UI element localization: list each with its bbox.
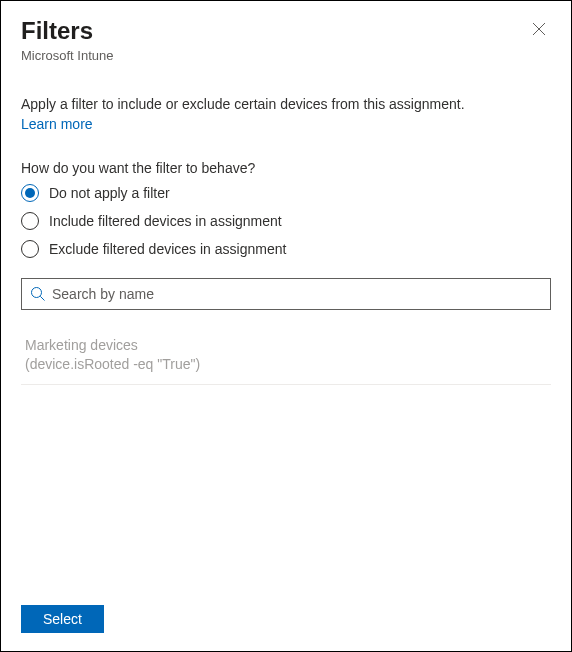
- behavior-label: How do you want the filter to behave?: [21, 160, 551, 176]
- svg-point-2: [32, 288, 42, 298]
- radio-label: Exclude filtered devices in assignment: [49, 241, 286, 257]
- behavior-radio-group: Do not apply a filter Include filtered d…: [21, 184, 551, 258]
- filter-item-name: Marketing devices: [25, 336, 547, 355]
- search-icon: [30, 286, 46, 302]
- panel-title: Filters: [21, 17, 114, 46]
- panel-footer: Select: [1, 591, 571, 651]
- spacer: [21, 385, 551, 591]
- radio-icon: [21, 212, 39, 230]
- select-button[interactable]: Select: [21, 605, 104, 633]
- svg-line-3: [40, 297, 44, 301]
- close-button[interactable]: [527, 17, 551, 41]
- radio-option-none[interactable]: Do not apply a filter: [21, 184, 551, 202]
- search-input[interactable]: [52, 286, 542, 302]
- learn-more-link[interactable]: Learn more: [21, 116, 93, 132]
- description-text: Apply a filter to include or exclude cer…: [21, 95, 551, 115]
- panel-header: Filters Microsoft Intune: [1, 1, 571, 71]
- radio-icon: [21, 240, 39, 258]
- filter-item-rule: (device.isRooted -eq "True"): [25, 355, 547, 374]
- search-field[interactable]: [21, 278, 551, 310]
- close-icon: [532, 22, 546, 36]
- radio-label: Do not apply a filter: [49, 185, 170, 201]
- radio-icon: [21, 184, 39, 202]
- panel-body: Apply a filter to include or exclude cer…: [1, 71, 571, 591]
- filter-list-item[interactable]: Marketing devices (device.isRooted -eq "…: [21, 326, 551, 385]
- header-text-block: Filters Microsoft Intune: [21, 17, 114, 63]
- radio-option-include[interactable]: Include filtered devices in assignment: [21, 212, 551, 230]
- radio-option-exclude[interactable]: Exclude filtered devices in assignment: [21, 240, 551, 258]
- panel-subtitle: Microsoft Intune: [21, 48, 114, 63]
- radio-label: Include filtered devices in assignment: [49, 213, 282, 229]
